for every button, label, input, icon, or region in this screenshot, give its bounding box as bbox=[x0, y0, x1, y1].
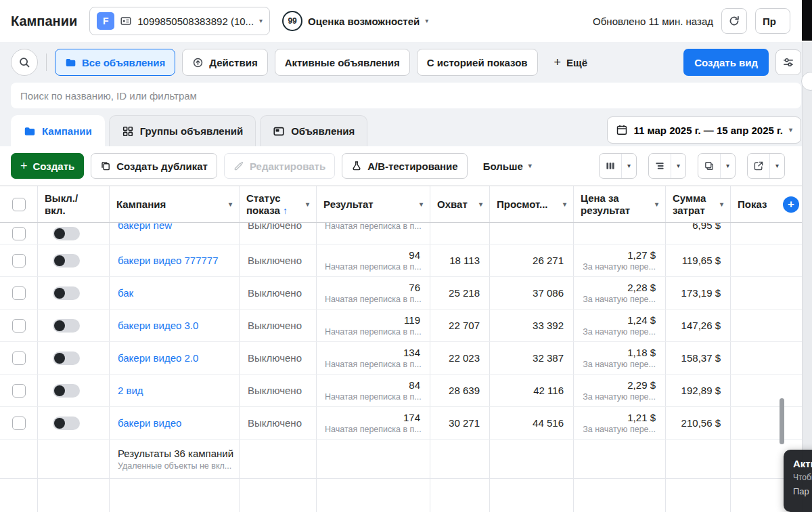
page-title: Кампании bbox=[11, 14, 77, 29]
search-filter-button[interactable] bbox=[11, 49, 38, 76]
filter-pill-all-ads[interactable]: Все объявления bbox=[55, 49, 175, 76]
campaign-toggle[interactable] bbox=[53, 351, 80, 365]
table-row: бакери видео 3.0 Выключено 119 Начатая п… bbox=[0, 310, 812, 342]
create-campaign-button[interactable]: + Создать bbox=[11, 153, 84, 179]
tab-ads[interactable]: Объявления bbox=[260, 115, 367, 146]
col-cost-per-result[interactable]: Цена за результат ▾ bbox=[574, 186, 666, 222]
campaign-name-link[interactable]: 2 вид bbox=[118, 385, 231, 396]
ad-account-icon bbox=[120, 15, 132, 27]
columns-menu-button[interactable]: ▾ bbox=[599, 153, 637, 179]
results-summary: Результаты 36 кампаний bbox=[110, 448, 239, 459]
more-filters-button[interactable]: + Ещё bbox=[545, 49, 597, 76]
delivery-status: Выключено bbox=[248, 352, 308, 364]
opportunity-score[interactable]: 99 Оценка возможностей ▾ bbox=[282, 11, 428, 31]
columns-icon bbox=[600, 154, 621, 178]
duplicate-icon bbox=[100, 161, 111, 171]
reach-value: 22 023 bbox=[430, 352, 489, 364]
corner-dark-panel bbox=[802, 0, 812, 41]
table-row: бак Выключено 76 Начатая переписка в п..… bbox=[0, 277, 812, 310]
row-checkbox[interactable] bbox=[12, 227, 26, 240]
result-type: Начатая переписка в п... bbox=[317, 262, 430, 272]
cost-per-result-value: 1,24 $ bbox=[574, 314, 665, 326]
col-reach[interactable]: Охват ▾ bbox=[430, 186, 490, 222]
duplicate-button[interactable]: Создать дубликат bbox=[91, 153, 217, 179]
date-range-picker[interactable]: 11 мар 2025 г. — 15 апр 2025 г. ▾ bbox=[607, 116, 801, 144]
top-right-actions: Обновлено 11 мин. назад Пр bbox=[593, 8, 801, 34]
folder-icon bbox=[65, 57, 76, 68]
filter-pill-active-ads[interactable]: Активные объявления bbox=[275, 49, 410, 76]
edit-button[interactable]: Редактировать bbox=[224, 153, 335, 179]
reach-value: 18 113 bbox=[430, 255, 489, 266]
campaign-name-link[interactable]: бакери видео 2.0 bbox=[118, 352, 231, 364]
filter-pill-actions[interactable]: Действия bbox=[182, 49, 267, 76]
result-type: Начатая переписка в п... bbox=[317, 295, 430, 304]
row-checkbox[interactable] bbox=[12, 319, 26, 333]
reports-menu-button[interactable]: ▾ bbox=[698, 153, 736, 179]
view-settings-button[interactable] bbox=[775, 49, 801, 75]
export-icon bbox=[748, 154, 769, 178]
chevron-down-icon: ▾ bbox=[425, 18, 428, 24]
col-amount-spent[interactable]: Сумма затрат ▾ bbox=[666, 186, 731, 222]
amount-spent-value: 210,56 $ bbox=[666, 417, 730, 429]
col-result[interactable]: Результат ▾ bbox=[317, 186, 430, 222]
toast-title: Акти bbox=[793, 458, 812, 469]
campaign-toggle[interactable] bbox=[53, 227, 80, 240]
account-selector[interactable]: F 1099850508383892 (10... ▾ bbox=[89, 7, 270, 35]
search-input[interactable] bbox=[11, 83, 801, 108]
col-delivery-status[interactable]: Статус показа ↑ ▾ bbox=[240, 186, 317, 222]
table-row: 2 вид Выключено 84 Начатая переписка в п… bbox=[0, 375, 812, 407]
refresh-button[interactable] bbox=[721, 8, 747, 34]
chevron-down-icon: ▾ bbox=[720, 154, 735, 178]
filter-pill-delivery-history[interactable]: С историей показов bbox=[417, 49, 538, 76]
header-checkbox-cell bbox=[0, 186, 38, 222]
campaign-name-link[interactable]: бакери видео bbox=[118, 417, 231, 429]
tab-label: Кампании bbox=[42, 125, 92, 137]
row-checkbox[interactable] bbox=[12, 384, 26, 398]
tab-label: Группы объявлений bbox=[140, 125, 243, 137]
delivery-status: Выключено bbox=[248, 320, 308, 331]
col-views[interactable]: Просмот... ▾ bbox=[490, 186, 574, 222]
add-column-button[interactable]: + bbox=[783, 196, 799, 213]
reach-value: 25 218 bbox=[430, 287, 489, 299]
table-scrollbar-thumb[interactable] bbox=[780, 398, 784, 444]
chevron-down-icon: ▾ bbox=[528, 163, 532, 169]
campaign-name-link[interactable]: бакери видео 777777 bbox=[118, 255, 231, 266]
top-bar: Кампании F 1099850508383892 (10... ▾ 99 … bbox=[0, 0, 812, 42]
breakdown-menu-button[interactable]: ▾ bbox=[648, 153, 686, 179]
col-impressions[interactable]: Показ + bbox=[731, 186, 812, 222]
filter-pill-label: Все объявления bbox=[82, 57, 165, 68]
campaign-name-link[interactable]: бак bbox=[118, 287, 231, 299]
cost-per-result-value: 2,29 $ bbox=[574, 379, 665, 391]
more-actions-button[interactable]: Больше ▾ bbox=[474, 153, 541, 179]
campaign-toggle[interactable] bbox=[53, 384, 80, 398]
chevron-down-icon: ▾ bbox=[259, 18, 263, 24]
campaign-name-link[interactable]: бакери new bbox=[118, 223, 231, 231]
campaign-name-link[interactable]: бакери видео 3.0 bbox=[118, 320, 231, 331]
preview-button-partial[interactable]: Пр bbox=[755, 8, 790, 34]
score-badge: 99 bbox=[282, 11, 302, 31]
refresh-icon bbox=[728, 15, 740, 27]
row-checkbox[interactable] bbox=[12, 286, 26, 300]
row-checkbox[interactable] bbox=[12, 254, 26, 268]
ab-test-button[interactable]: А/В-тестирование bbox=[342, 153, 468, 179]
notification-toast-partial[interactable]: Акти Чтобы Пар bbox=[784, 450, 812, 512]
chevron-down-icon: ▾ bbox=[655, 200, 658, 208]
create-view-button[interactable]: Создать вид bbox=[683, 49, 769, 76]
chevron-down-icon: ▾ bbox=[720, 200, 723, 208]
col-onoff: Выкл./ вкл. bbox=[38, 186, 110, 222]
tab-campaigns[interactable]: Кампании bbox=[11, 115, 105, 146]
row-checkbox[interactable] bbox=[12, 417, 26, 430]
chevron-down-icon: ▾ bbox=[306, 200, 309, 208]
table-toolbar: + Создать Создать дубликат Редактировать bbox=[0, 146, 812, 186]
export-menu-button[interactable]: ▾ bbox=[747, 153, 785, 179]
campaign-toggle[interactable] bbox=[53, 286, 80, 300]
plus-icon: + bbox=[554, 56, 562, 68]
campaign-toggle[interactable] bbox=[53, 417, 80, 430]
row-checkbox[interactable] bbox=[12, 351, 26, 365]
select-all-checkbox[interactable] bbox=[12, 198, 26, 211]
tabs-bar: Кампании Группы объявлений Объявления 11… bbox=[11, 114, 801, 146]
col-campaign[interactable]: Кампания ▾ bbox=[110, 186, 240, 222]
campaign-toggle[interactable] bbox=[53, 319, 80, 333]
tab-ad-sets[interactable]: Группы объявлений bbox=[109, 115, 256, 146]
campaign-toggle[interactable] bbox=[53, 254, 80, 268]
